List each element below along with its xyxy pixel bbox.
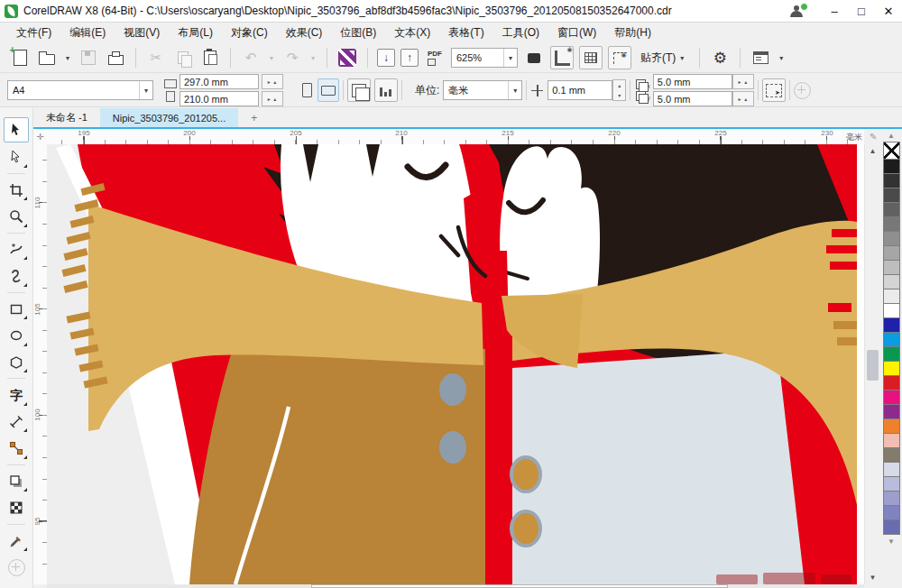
snap-to-menu-button[interactable]: 贴齐(T) bbox=[637, 47, 690, 69]
color-swatch[interactable] bbox=[883, 404, 900, 419]
treat-as-filled-button[interactable] bbox=[762, 78, 786, 102]
menu-item[interactable]: 文件(F) bbox=[7, 23, 60, 43]
scroll-down-button[interactable]: ▼ bbox=[865, 571, 880, 584]
menu-item[interactable]: 对象(C) bbox=[222, 23, 277, 43]
user-account-icon[interactable] bbox=[787, 3, 810, 19]
document-tab-untitled[interactable]: 未命名 -1 bbox=[33, 108, 100, 127]
ruler-origin-button[interactable]: ✛ bbox=[33, 129, 48, 145]
color-swatch[interactable] bbox=[883, 375, 900, 390]
scroll-up-button[interactable]: ▲ bbox=[865, 144, 880, 158]
menu-item[interactable]: 表格(T) bbox=[439, 23, 492, 43]
page-width-spinner[interactable] bbox=[262, 74, 283, 89]
page-width-input[interactable]: 297.0 mm bbox=[179, 74, 259, 89]
shape-tool[interactable] bbox=[5, 146, 28, 170]
paste-button[interactable] bbox=[199, 47, 221, 69]
connector-tool[interactable] bbox=[5, 436, 28, 460]
menu-item[interactable]: 布局(L) bbox=[169, 23, 222, 43]
duplicate-distance-y-input[interactable]: 5.0 mm bbox=[653, 91, 732, 106]
show-grid-button[interactable] bbox=[579, 46, 603, 69]
minimize-button[interactable]: – bbox=[821, 1, 848, 21]
color-swatch[interactable] bbox=[883, 245, 900, 261]
zoom-tool[interactable] bbox=[5, 205, 28, 228]
color-swatch[interactable] bbox=[883, 433, 900, 448]
document-tab-nipic-active[interactable]: Nipic_3503796_201205... bbox=[100, 108, 238, 127]
color-eyedropper-tool[interactable] bbox=[5, 529, 28, 553]
chevron-down-icon[interactable] bbox=[503, 49, 517, 67]
menu-item[interactable]: 工具(O) bbox=[493, 23, 548, 43]
menu-item[interactable]: 位图(B) bbox=[331, 23, 385, 43]
page-height-input[interactable]: 210.0 mm bbox=[179, 91, 259, 106]
show-guidelines-button[interactable] bbox=[608, 46, 631, 69]
menu-item[interactable]: 效果(C) bbox=[277, 23, 332, 43]
publish-to-pdf-button[interactable]: PDF bbox=[424, 47, 446, 69]
horizontal-ruler[interactable]: 毫米 195200205210215220225230 bbox=[47, 129, 864, 145]
color-swatch[interactable] bbox=[883, 447, 900, 463]
menu-item[interactable]: 窗口(W) bbox=[548, 23, 605, 43]
options-gear-button[interactable]: ⚙ bbox=[709, 47, 731, 69]
color-swatch[interactable] bbox=[883, 202, 900, 217]
menu-item[interactable]: 帮助(H) bbox=[605, 23, 660, 43]
color-swatch[interactable] bbox=[883, 491, 900, 506]
zoom-level-combo[interactable]: 625% bbox=[451, 48, 518, 68]
color-swatch[interactable] bbox=[883, 173, 900, 188]
color-swatch[interactable] bbox=[883, 476, 900, 492]
landscape-orientation-button[interactable] bbox=[318, 78, 339, 102]
chevron-down-icon[interactable] bbox=[508, 81, 521, 99]
vertical-scrollbar[interactable]: ▲ ▼ bbox=[864, 144, 880, 584]
palette-scroll-up-button[interactable]: ▲ bbox=[880, 129, 902, 142]
color-swatch[interactable] bbox=[883, 159, 900, 174]
color-swatch[interactable] bbox=[883, 274, 900, 289]
color-swatch[interactable] bbox=[883, 260, 900, 275]
nudge-spinner[interactable]: ▴▾ bbox=[612, 79, 626, 101]
color-swatch[interactable] bbox=[883, 346, 900, 362]
palette-scroll-down-button[interactable]: ▼ bbox=[880, 535, 902, 547]
application-launcher-button[interactable] bbox=[750, 47, 771, 69]
drawing-canvas[interactable] bbox=[47, 144, 864, 584]
color-swatch[interactable] bbox=[883, 418, 900, 434]
chevron-down-icon[interactable] bbox=[139, 81, 152, 99]
menu-item[interactable]: 文本(X) bbox=[385, 23, 439, 43]
open-button[interactable] bbox=[36, 47, 58, 69]
parallel-dimension-tool[interactable] bbox=[5, 410, 28, 434]
drop-shadow-tool[interactable] bbox=[5, 470, 28, 493]
color-swatch[interactable] bbox=[883, 361, 900, 376]
current-page-button[interactable] bbox=[374, 78, 398, 102]
vertical-ruler[interactable]: 11010510095 bbox=[33, 144, 48, 584]
horizontal-scrollbar[interactable] bbox=[47, 584, 864, 588]
menu-item[interactable]: 视图(V) bbox=[115, 23, 169, 43]
new-document-button[interactable] bbox=[9, 47, 31, 69]
fullscreen-preview-button[interactable] bbox=[523, 47, 545, 69]
color-swatch[interactable] bbox=[883, 332, 900, 347]
menu-item[interactable]: 编辑(E) bbox=[60, 23, 115, 43]
color-swatch[interactable] bbox=[883, 188, 900, 203]
duplicate-y-spinner[interactable] bbox=[732, 91, 754, 106]
horizontal-scrollbar-thumb[interactable] bbox=[311, 584, 728, 588]
color-swatch[interactable] bbox=[883, 303, 900, 318]
print-button[interactable] bbox=[105, 47, 126, 69]
pick-tool[interactable] bbox=[4, 117, 29, 142]
text-tool[interactable]: 字 bbox=[5, 383, 28, 407]
page-size-combo[interactable]: A4 bbox=[7, 80, 153, 100]
duplicate-distance-x-input[interactable]: 5.0 mm bbox=[653, 74, 732, 89]
ellipse-tool[interactable] bbox=[5, 324, 28, 347]
maximize-button[interactable]: □ bbox=[848, 1, 875, 21]
transparency-tool[interactable] bbox=[5, 496, 28, 519]
zoom-to-fit-button[interactable] bbox=[336, 47, 358, 69]
export-button[interactable]: ↑ bbox=[400, 49, 419, 67]
color-swatch[interactable] bbox=[883, 390, 900, 405]
crop-tool[interactable] bbox=[5, 179, 28, 202]
portrait-orientation-button[interactable] bbox=[296, 78, 318, 102]
rectangle-tool[interactable] bbox=[5, 298, 28, 321]
color-swatch[interactable] bbox=[883, 505, 900, 520]
freehand-tool[interactable] bbox=[5, 238, 28, 262]
import-button[interactable]: ↓ bbox=[377, 49, 395, 67]
color-swatch[interactable] bbox=[883, 231, 900, 246]
color-swatch[interactable] bbox=[883, 289, 900, 304]
color-swatch[interactable] bbox=[883, 317, 900, 333]
color-swatch[interactable] bbox=[883, 216, 900, 232]
open-dropdown[interactable] bbox=[63, 47, 72, 69]
no-color-swatch[interactable] bbox=[883, 142, 900, 160]
show-rulers-button[interactable] bbox=[550, 46, 574, 69]
nudge-offset-input[interactable]: 0.1 mm bbox=[548, 80, 612, 100]
vertical-scrollbar-thumb[interactable] bbox=[867, 350, 879, 381]
